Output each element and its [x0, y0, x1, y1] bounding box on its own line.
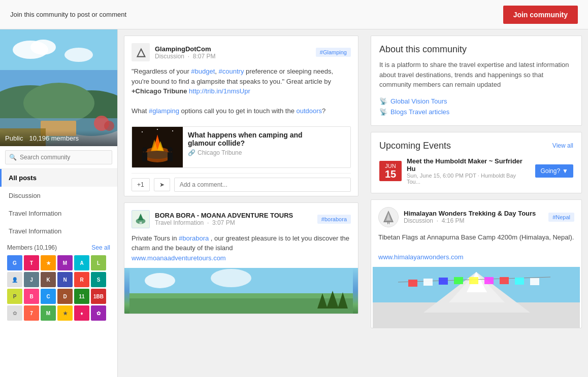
member-avatar: M: [57, 255, 73, 270]
svg-rect-52: [423, 279, 433, 286]
moana-website[interactable]: www.moanaadventuretours.com: [132, 254, 226, 262]
body-text-5: options call you to get in touch with th…: [179, 107, 297, 115]
hash-country: #country: [219, 67, 244, 75]
hash-glamping: #glamping: [149, 107, 179, 115]
link-icon-2: 📡: [379, 108, 387, 116]
post-header-2: M BORA BORA - MOANA ADVENTURE TOURS Trav…: [124, 203, 358, 233]
svg-rect-21: [142, 152, 147, 161]
member-avatar: ♦: [74, 305, 89, 321]
outdoors-link: outdoors: [297, 107, 322, 115]
dropdown-arrow-icon: ▼: [562, 167, 568, 175]
blogs-travel-link[interactable]: 📡 Blogs Travel articles: [379, 108, 573, 116]
svg-rect-57: [500, 277, 509, 284]
himalayan-post-header: H Himalayan Wonders Trekking & Day Tours…: [371, 200, 581, 232]
post-info-2: Travel Information · 3:07 PM: [155, 219, 312, 226]
svg-rect-53: [439, 278, 448, 285]
members-count: 10,196 members: [29, 134, 79, 142]
himalayan-website[interactable]: www.himalayanwonders.com: [378, 253, 464, 261]
svg-rect-55: [469, 277, 478, 284]
member-avatar: A: [74, 255, 89, 270]
going-button[interactable]: Going? ▼: [535, 164, 573, 178]
hash-borabora: #borabora: [179, 234, 209, 242]
share-button[interactable]: ➤: [154, 178, 170, 191]
post-body-2: Private Tours in #borabora , our greates…: [124, 233, 358, 268]
member-avatar: P: [7, 289, 22, 304]
member-avatar: ★: [41, 255, 56, 270]
member-avatar: T: [24, 255, 39, 270]
svg-point-25: [172, 130, 173, 131]
event-name: Meet the Humboldt Maker ~ Surfrider Hu: [407, 157, 530, 173]
post-author: GlampingDotCom: [155, 45, 311, 53]
sidebar-item-all-posts[interactable]: All posts: [0, 169, 117, 187]
hero-image: [0, 29, 117, 146]
svg-point-34: [145, 273, 175, 288]
post-time-2: 3:07 PM: [212, 219, 235, 226]
himalayan-post-meta: Himalayan Wonders Trekking & Day Tours D…: [404, 210, 543, 224]
himalayan-tag: #Nepal: [548, 213, 574, 222]
about-title: About this community: [379, 44, 573, 55]
svg-text:H: H: [387, 221, 389, 225]
svg-point-19: [145, 151, 170, 159]
hash-budget: #budget: [191, 67, 215, 75]
member-avatar: ✿: [91, 305, 106, 321]
himalayan-post-card: H Himalayan Wonders Trekking & Day Tours…: [371, 199, 582, 329]
member-avatar: J: [24, 272, 39, 287]
about-community-card: About this community It is a platform to…: [371, 36, 582, 126]
member-avatar: M: [41, 305, 56, 321]
article-preview[interactable]: What happens when camping and glamour co…: [132, 126, 351, 168]
svg-point-12: [104, 121, 114, 131]
member-avatars-grid: G T ★ M A L 👤 J K N R S P B C D 11 1BB ✿…: [7, 255, 110, 321]
members-label: Members (10,196): [7, 244, 57, 251]
svg-rect-56: [484, 277, 494, 284]
search-icon: 🔍: [9, 154, 17, 161]
svg-point-24: [142, 131, 143, 132]
main-feed: △ GlampingDotCom Discussion · 8:07 PM #G…: [118, 29, 365, 377]
global-vision-tours-link[interactable]: 📡 Global Vision Tours: [379, 97, 573, 105]
view-all-link[interactable]: View all: [552, 142, 573, 149]
svg-rect-54: [454, 277, 463, 284]
join-community-button[interactable]: Join community: [503, 6, 578, 24]
post-tag: #Glamping: [316, 48, 351, 57]
member-avatar: ✿: [7, 305, 22, 321]
sidebar-navigation: All posts Discussion Travel Information …: [0, 169, 117, 240]
post-body: "Regardless of your #budget, #country pr…: [124, 66, 358, 121]
main-layout: Public 10,196 members 🔍 All posts Discus…: [0, 29, 588, 377]
himalayan-post-info: Discussion · 4:16 PM: [404, 217, 543, 224]
sidebar-item-discussion[interactable]: Discussion: [0, 187, 117, 204]
svg-point-26: [157, 129, 158, 130]
member-avatar: K: [41, 272, 56, 287]
svg-point-7: [64, 48, 93, 62]
post-actions: +1 ➤: [124, 174, 358, 196]
member-avatar: R: [74, 272, 89, 287]
article-link[interactable]: http://trib.in/1nmsUpr: [187, 87, 250, 95]
landscape-illustration: [0, 29, 117, 146]
member-avatar: 1BB: [91, 289, 106, 304]
sidebar-item-travel-info-1[interactable]: Travel Information: [0, 204, 117, 222]
post-image-preview: [124, 268, 358, 314]
events-title: Upcoming Events: [379, 141, 451, 151]
see-all-link[interactable]: See all: [91, 244, 110, 251]
event-item: Jun 15 Meet the Humboldt Maker ~ Surfrid…: [379, 157, 573, 185]
himalayan-author: Himalayan Wonders Trekking & Day Tours: [404, 210, 543, 217]
plus-one-button[interactable]: +1: [132, 178, 150, 191]
event-details: Meet the Humboldt Maker ~ Surfrider Hu S…: [407, 157, 530, 185]
member-avatar: D: [57, 289, 73, 304]
event-subtitle: Sun, June 15, 6:00 PM PDT · Humboldt Bay…: [407, 173, 530, 185]
glamping-avatar: △: [132, 43, 150, 61]
svg-point-22: [168, 147, 173, 152]
upcoming-events-card: Upcoming Events View all Jun 15 Meet the…: [371, 132, 582, 193]
svg-point-6: [30, 40, 56, 55]
member-avatar: G: [7, 255, 22, 270]
body-text-2: ,: [215, 67, 218, 75]
events-header: Upcoming Events View all: [379, 141, 573, 151]
comment-input[interactable]: [174, 178, 351, 192]
body-text-4: What: [132, 107, 149, 115]
member-avatar: ★: [57, 305, 73, 321]
search-input[interactable]: [5, 150, 112, 164]
moana-avatar: M: [132, 210, 150, 228]
sidebar-item-travel-info-2[interactable]: Travel Information: [0, 222, 117, 240]
community-links: 📡 Global Vision Tours 📡 Blogs Travel art…: [379, 96, 573, 117]
post-meta-2: BORA BORA - MOANA ADVENTURE TOURS Travel…: [155, 212, 312, 226]
community-link-item: 📡 Blogs Travel articles: [379, 107, 573, 117]
post-author-2: BORA BORA - MOANA ADVENTURE TOURS: [155, 212, 312, 219]
